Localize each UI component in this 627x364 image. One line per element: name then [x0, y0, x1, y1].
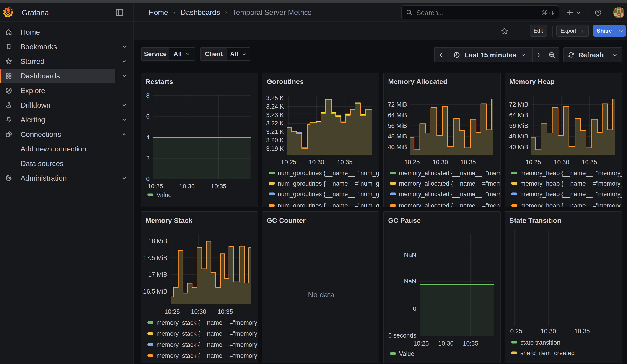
- svg-text:Value: Value: [157, 192, 172, 199]
- svg-text:memory_heap {__name__="memory_: memory_heap {__name__="memory_he: [520, 202, 622, 207]
- svg-text:3.22 K: 3.22 K: [266, 120, 284, 127]
- svg-text:3.21 K: 3.21 K: [266, 128, 284, 135]
- svg-text:10:35: 10:35: [574, 328, 590, 335]
- svg-text:10:35: 10:35: [460, 159, 476, 166]
- svg-text:10:25: 10:25: [525, 159, 541, 166]
- svg-text:10:30: 10:30: [179, 183, 195, 190]
- svg-text:10:30: 10:30: [191, 308, 206, 315]
- svg-text:10:30: 10:30: [438, 340, 454, 347]
- svg-text:memory_stack {__name__="memory: memory_stack {__name__="memory_st: [157, 341, 258, 348]
- svg-text:3.25 K: 3.25 K: [266, 95, 284, 102]
- svg-text:56 MiB: 56 MiB: [509, 122, 528, 129]
- svg-text:4: 4: [146, 134, 150, 141]
- svg-text:10:30: 10:30: [309, 159, 324, 166]
- svg-text:10:25: 10:25: [507, 328, 522, 335]
- svg-text:17.5 MiB: 17.5 MiB: [143, 255, 167, 261]
- svg-text:state transition: state transition: [520, 339, 560, 346]
- svg-text:16.5 MiB: 16.5 MiB: [143, 288, 167, 295]
- svg-text:memory_heap {__name__="memory_: memory_heap {__name__="memory_he: [520, 191, 622, 198]
- svg-text:num_goroutines {__name__="num_: num_goroutines {__name__="num_gorou: [278, 191, 379, 198]
- svg-text:memory_allocated {__name__="me: memory_allocated {__name__="memor: [399, 202, 501, 207]
- svg-text:8: 8: [146, 92, 150, 99]
- svg-text:0: 0: [413, 305, 416, 312]
- svg-text:NaN: NaN: [404, 278, 416, 285]
- svg-text:10:35: 10:35: [463, 340, 478, 347]
- svg-text:64 MiB: 64 MiB: [388, 112, 407, 119]
- svg-text:10:30: 10:30: [541, 328, 556, 335]
- svg-text:memory_stack {__name__="memory: memory_stack {__name__="memory_st: [157, 319, 258, 326]
- svg-text:NaN: NaN: [404, 252, 416, 259]
- svg-text:10:25: 10:25: [413, 340, 429, 347]
- svg-text:memory_allocated {__name__="me: memory_allocated {__name__="memor: [399, 170, 501, 177]
- svg-text:10:30: 10:30: [554, 159, 569, 166]
- svg-text:10:35: 10:35: [211, 183, 226, 190]
- svg-text:40 MiB: 40 MiB: [388, 144, 407, 151]
- svg-text:48 MiB: 48 MiB: [388, 133, 407, 140]
- svg-text:3.24 K: 3.24 K: [266, 103, 284, 110]
- svg-text:64 MiB: 64 MiB: [509, 112, 528, 119]
- svg-text:memory_stack {__name__="memory: memory_stack {__name__="memory_st: [157, 352, 258, 359]
- svg-text:memory_allocated {__name__="me: memory_allocated {__name__="memor: [399, 180, 501, 187]
- svg-text:0 seconds: 0 seconds: [388, 332, 416, 339]
- svg-text:72 MiB: 72 MiB: [509, 101, 528, 108]
- svg-text:10:25: 10:25: [281, 159, 296, 166]
- svg-text:num_goroutines {__name__="num_: num_goroutines {__name__="num_gorou: [278, 170, 379, 177]
- svg-text:3.23 K: 3.23 K: [266, 111, 284, 118]
- svg-text:memory_heap {__name__="memory_: memory_heap {__name__="memory_he: [520, 180, 622, 187]
- svg-text:memory_heap {__name__="memory_: memory_heap {__name__="memory_he: [520, 170, 622, 177]
- svg-text:?: ?: [597, 10, 599, 15]
- svg-text:17 MiB: 17 MiB: [148, 271, 167, 278]
- svg-text:shard_item_created: shard_item_created: [520, 350, 575, 357]
- svg-text:2: 2: [146, 155, 150, 162]
- svg-text:10:25: 10:25: [164, 308, 180, 315]
- svg-text:10:30: 10:30: [432, 159, 448, 166]
- svg-text:num_goroutines {__name__="num_: num_goroutines {__name__="num_gorou: [278, 202, 379, 207]
- svg-text:10:35: 10:35: [337, 159, 353, 166]
- svg-text:memory_stack {__name__="memory: memory_stack {__name__="memory_st: [157, 330, 258, 337]
- svg-text:72 MiB: 72 MiB: [388, 101, 407, 108]
- svg-text:10:25: 10:25: [148, 183, 163, 190]
- svg-text:0: 0: [146, 176, 150, 182]
- svg-text:56 MiB: 56 MiB: [388, 122, 407, 129]
- svg-text:3.20 K: 3.20 K: [266, 137, 284, 144]
- svg-text:3.19 K: 3.19 K: [266, 145, 284, 152]
- svg-text:18 MiB: 18 MiB: [148, 238, 167, 245]
- svg-text:10:35: 10:35: [217, 308, 233, 315]
- svg-text:10:35: 10:35: [582, 159, 597, 166]
- svg-text:48 MiB: 48 MiB: [509, 133, 528, 140]
- svg-text:Value: Value: [399, 350, 414, 357]
- svg-text:memory_allocated {__name__="me: memory_allocated {__name__="memor: [399, 191, 501, 198]
- svg-text:num_goroutines {__name__="num_: num_goroutines {__name__="num_gorou: [278, 180, 379, 187]
- svg-text:10:25: 10:25: [404, 159, 420, 166]
- svg-text:40 MiB: 40 MiB: [509, 144, 528, 151]
- svg-text:6: 6: [146, 113, 150, 120]
